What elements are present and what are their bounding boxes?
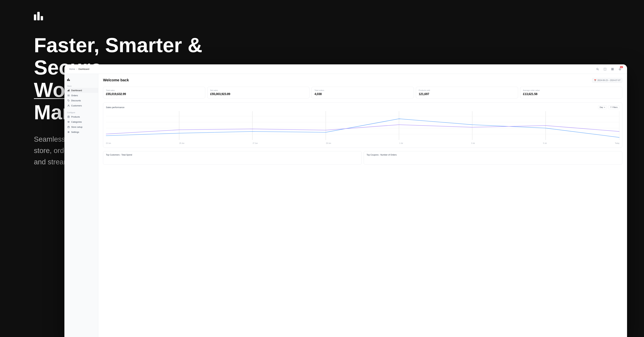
sidebar-item-customers[interactable]: Customers	[64, 103, 98, 108]
settings-icon	[67, 131, 70, 133]
grid-icon-btn[interactable]	[610, 67, 615, 72]
settings-label: Settings	[71, 131, 79, 133]
products-sold-label: Products sold	[419, 89, 515, 91]
layers-icon	[67, 120, 70, 123]
sidebar-item-discounts[interactable]: Discounts	[64, 98, 98, 103]
net-sales-value: £55,003,923.89	[210, 92, 306, 96]
top-customers-title: Top Customers - Total Spend	[106, 154, 359, 156]
period-selector[interactable]: Day	[598, 106, 607, 109]
chart-section: Sales performance Day Filter	[103, 102, 622, 148]
line-chart-svg	[106, 111, 620, 142]
sidebar-item-orders[interactable]: Orders	[64, 93, 98, 98]
stat-card-avg-order: Average order value £13,621.58	[520, 87, 622, 98]
total-sales-label: Total sales	[106, 89, 202, 91]
chart-header: Sales performance Day Filter	[106, 106, 620, 109]
svg-point-12	[68, 100, 68, 100]
chart-title: Sales performance	[106, 106, 124, 108]
top-coupons-title: Top Coupons - Number of Orders	[366, 154, 620, 156]
main-layout: Store Dashboard	[64, 74, 627, 337]
list-icon	[67, 94, 70, 97]
notification-badge: 62	[620, 66, 623, 68]
orders-label: Orders	[71, 94, 78, 97]
x-label-0: 23 Jun	[106, 142, 111, 144]
stat-card-net-sales: Net sales £55,003,923.89	[207, 87, 310, 98]
top-coupons-widget: Top Coupons - Number of Orders	[364, 151, 622, 165]
breadcrumb-current: Dashboard	[78, 68, 89, 70]
notification-icon-btn[interactable]: 62	[618, 67, 622, 72]
sidebar-item-dashboard[interactable]: Dashboard	[64, 88, 98, 93]
bottom-widgets: Top Customers - Total Spend Top Coupons …	[103, 151, 622, 165]
configure-section-label: Configure	[64, 110, 98, 114]
net-sales-label: Net sales	[210, 89, 306, 91]
svg-rect-2	[612, 68, 612, 69]
top-customers-widget: Top Customers - Total Spend	[103, 151, 362, 165]
sidebar-logo	[64, 76, 98, 84]
period-label: Day	[600, 106, 603, 108]
svg-rect-3	[613, 68, 614, 69]
x-label-5: 3 Jul	[471, 142, 475, 144]
content-header: Welcome back 📅 2024-06-23 – 2024-07-07	[103, 78, 622, 83]
chevron-down-icon	[604, 106, 605, 108]
svg-point-20	[68, 131, 68, 132]
sidebar-item-categories[interactable]: Categories	[64, 119, 98, 124]
filters-label: Filters	[612, 106, 618, 108]
top-logo	[34, 10, 644, 20]
avg-order-value: £13,621.58	[523, 92, 620, 96]
filter-icon	[610, 106, 612, 108]
svg-rect-4	[612, 69, 612, 70]
page-title: Welcome back	[103, 78, 129, 82]
top-bar-actions: 62	[595, 67, 622, 72]
app-window: Home › Dashboard	[64, 64, 627, 337]
breadcrumb-separator: ›	[76, 68, 77, 70]
svg-point-22	[68, 132, 68, 133]
calendar-icon: 📅	[594, 79, 596, 82]
chart-controls: Day Filters	[598, 106, 620, 109]
total-orders-value: 4,038	[314, 92, 411, 96]
box-icon	[67, 116, 70, 118]
svg-rect-5	[613, 69, 614, 70]
date-range-picker[interactable]: 📅 2024-06-23 – 2024-07-07	[592, 78, 622, 83]
svg-point-13	[68, 105, 69, 106]
store-icon	[67, 126, 70, 128]
stats-grid: Total sales £55,019,632.99 Net sales £55…	[103, 87, 622, 98]
date-range-label: 2024-06-23 – 2024-07-07	[598, 79, 620, 82]
x-label-3: 29 Jun	[326, 142, 331, 144]
sidebar-logo-icon	[67, 78, 70, 81]
customers-label: Customers	[71, 104, 82, 107]
logo-icon	[34, 10, 644, 20]
chart-container	[106, 111, 620, 142]
svg-rect-16	[68, 127, 69, 128]
svg-rect-8	[69, 90, 70, 91]
x-label-4: 1 Jul	[399, 142, 403, 144]
bar-chart-icon	[67, 89, 70, 92]
expand-icon-btn[interactable]	[603, 67, 608, 72]
store-setup-label: Store setup	[71, 126, 82, 128]
stat-card-total-orders: Total orders 4,038	[312, 87, 414, 98]
chart-x-labels: 23 Jun 25 Jun 27 Jun 29 Jun 1 Jul 3 Jul …	[106, 142, 620, 145]
breadcrumb-home[interactable]: Home	[69, 68, 75, 70]
products-label: Products	[71, 116, 80, 118]
svg-line-1	[598, 70, 599, 70]
search-icon-btn[interactable]	[595, 67, 600, 72]
x-label-2: 27 Jun	[253, 142, 258, 144]
user-icon	[67, 104, 70, 107]
x-label-7: Today	[615, 142, 620, 144]
avg-order-label: Average order value	[523, 89, 620, 91]
categories-label: Categories	[71, 121, 82, 123]
purple-line-chart	[106, 125, 620, 134]
total-orders-label: Total orders	[314, 89, 411, 91]
sidebar-item-store-setup[interactable]: Store setup	[64, 124, 98, 130]
sidebar-item-products[interactable]: Products	[64, 114, 98, 119]
total-sales-value: £55,019,632.99	[106, 92, 202, 96]
svg-point-21	[68, 132, 69, 132]
sidebar-item-settings[interactable]: Settings	[64, 130, 98, 134]
stat-card-total-sales: Total sales £55,019,632.99	[103, 87, 205, 98]
filters-button[interactable]: Filters	[608, 106, 620, 109]
x-label-1: 25 Jun	[179, 142, 184, 144]
discounts-label: Discounts	[71, 99, 81, 102]
top-bar: Home › Dashboard	[64, 64, 627, 74]
products-sold-value: 121,697	[419, 92, 515, 96]
sidebar: Store Dashboard	[64, 74, 98, 337]
breadcrumb: Home › Dashboard	[69, 68, 89, 70]
x-label-6: 5 Jul	[543, 142, 546, 144]
